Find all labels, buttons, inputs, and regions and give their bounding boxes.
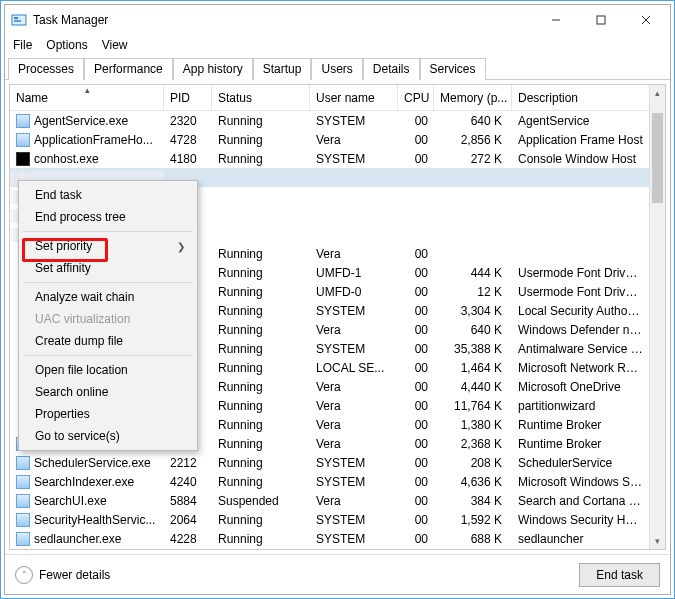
cell-desc: Usermode Font Driver H... bbox=[512, 266, 649, 280]
table-row[interactable]: sedlauncher.exe4228RunningSYSTEM00688 Ks… bbox=[10, 529, 649, 548]
cell-desc: Application Frame Host bbox=[512, 133, 649, 147]
context-menu-analyze-wait-chain[interactable]: Analyze wait chain bbox=[21, 286, 195, 308]
process-name: ApplicationFrameHo... bbox=[34, 133, 153, 147]
cell-status: Running bbox=[212, 418, 310, 432]
cell-cpu: 00 bbox=[398, 304, 434, 318]
process-name: SchedulerService.exe bbox=[34, 456, 151, 470]
sort-indicator-icon: ▴ bbox=[85, 85, 90, 95]
menu-options[interactable]: Options bbox=[46, 38, 87, 52]
menu-view[interactable]: View bbox=[102, 38, 128, 52]
close-button[interactable] bbox=[623, 6, 668, 34]
table-row[interactable]: AgentService.exe2320RunningSYSTEM00640 K… bbox=[10, 111, 649, 130]
cell-status: Running bbox=[212, 456, 310, 470]
end-task-button[interactable]: End task bbox=[579, 563, 660, 587]
cell-mem: 3,304 K bbox=[434, 304, 512, 318]
col-mem[interactable]: Memory (p... bbox=[434, 85, 512, 110]
context-menu-properties[interactable]: Properties bbox=[21, 403, 195, 425]
process-icon bbox=[16, 456, 30, 470]
process-icon bbox=[16, 152, 30, 166]
footer: ˄ Fewer details End task bbox=[5, 554, 670, 594]
cell-pid: 5884 bbox=[164, 494, 212, 508]
table-row[interactable]: conhost.exe4180RunningSYSTEM00272 KConso… bbox=[10, 149, 649, 168]
fewer-details-label: Fewer details bbox=[39, 568, 110, 582]
cell-cpu: 00 bbox=[398, 266, 434, 280]
col-desc[interactable]: Description bbox=[512, 85, 665, 110]
context-menu-search-online[interactable]: Search online bbox=[21, 381, 195, 403]
cell-user: SYSTEM bbox=[310, 513, 398, 527]
cell-mem: 2,856 K bbox=[434, 133, 512, 147]
cell-mem: 35,388 K bbox=[434, 342, 512, 356]
scroll-up-icon[interactable]: ▴ bbox=[650, 85, 665, 101]
cell-user: SYSTEM bbox=[310, 114, 398, 128]
context-menu-set-priority[interactable]: Set priority❯ bbox=[21, 235, 195, 257]
table-row[interactable]: SearchIndexer.exe4240RunningSYSTEM004,63… bbox=[10, 472, 649, 491]
tab-services[interactable]: Services bbox=[420, 58, 486, 80]
minimize-button[interactable] bbox=[533, 6, 578, 34]
context-menu-end-task[interactable]: End task bbox=[21, 184, 195, 206]
cell-cpu: 00 bbox=[398, 437, 434, 451]
cell-cpu: 00 bbox=[398, 114, 434, 128]
tab-bar: ProcessesPerformanceApp historyStartupUs… bbox=[5, 57, 670, 80]
context-menu-end-process-tree[interactable]: End process tree bbox=[21, 206, 195, 228]
cell-user: SYSTEM bbox=[310, 152, 398, 166]
cell-user: SYSTEM bbox=[310, 342, 398, 356]
cell-desc: Antimalware Service Exe... bbox=[512, 342, 649, 356]
cell-mem: 444 K bbox=[434, 266, 512, 280]
vertical-scrollbar[interactable]: ▴ ▾ bbox=[649, 85, 665, 549]
tab-app-history[interactable]: App history bbox=[173, 58, 253, 80]
scroll-thumb[interactable] bbox=[652, 113, 663, 203]
cell-user: Vera bbox=[310, 494, 398, 508]
cell-desc: Windows Security Healt... bbox=[512, 513, 649, 527]
cell-desc: Microsoft OneDrive bbox=[512, 380, 649, 394]
fewer-details-toggle[interactable]: ˄ Fewer details bbox=[15, 566, 571, 584]
context-menu-open-file-location[interactable]: Open file location bbox=[21, 359, 195, 381]
table-row[interactable]: SearchUI.exe5884SuspendedVera00384 KSear… bbox=[10, 491, 649, 510]
cell-status: Running bbox=[212, 323, 310, 337]
col-pid[interactable]: PID bbox=[164, 85, 212, 110]
cell-pid: 4228 bbox=[164, 532, 212, 546]
cell-desc: Usermode Font Driver H... bbox=[512, 285, 649, 299]
maximize-button[interactable] bbox=[578, 6, 623, 34]
scroll-down-icon[interactable]: ▾ bbox=[650, 533, 665, 549]
context-menu-create-dump-file[interactable]: Create dump file bbox=[21, 330, 195, 352]
cell-desc: Runtime Broker bbox=[512, 437, 649, 451]
cell-user: Vera bbox=[310, 247, 398, 261]
context-menu-go-to-service-s-[interactable]: Go to service(s) bbox=[21, 425, 195, 447]
column-headers: ▴ Name PID Status User name CPU Memory (… bbox=[10, 85, 665, 111]
col-cpu[interactable]: CPU bbox=[398, 85, 434, 110]
cell-desc: Runtime Broker bbox=[512, 418, 649, 432]
tab-processes[interactable]: Processes bbox=[8, 58, 84, 80]
tab-details[interactable]: Details bbox=[363, 58, 420, 80]
process-name: SearchUI.exe bbox=[34, 494, 107, 508]
cell-cpu: 00 bbox=[398, 133, 434, 147]
cell-desc: SchedulerService bbox=[512, 456, 649, 470]
cell-mem: 1,464 K bbox=[434, 361, 512, 375]
cell-user: Vera bbox=[310, 399, 398, 413]
process-name: SearchIndexer.exe bbox=[34, 475, 134, 489]
tab-startup[interactable]: Startup bbox=[253, 58, 312, 80]
context-menu: End taskEnd process treeSet priority❯Set… bbox=[18, 180, 198, 451]
app-icon bbox=[11, 12, 27, 28]
table-row[interactable]: SecurityHealthServic...2064RunningSYSTEM… bbox=[10, 510, 649, 529]
cell-status: Running bbox=[212, 380, 310, 394]
cell-user: UMFD-1 bbox=[310, 266, 398, 280]
cell-mem: 4,440 K bbox=[434, 380, 512, 394]
cell-pid: 2212 bbox=[164, 456, 212, 470]
tab-performance[interactable]: Performance bbox=[84, 58, 173, 80]
col-user[interactable]: User name bbox=[310, 85, 398, 110]
table-row[interactable]: SchedulerService.exe2212RunningSYSTEM002… bbox=[10, 453, 649, 472]
table-row[interactable]: ApplicationFrameHo...4728RunningVera002,… bbox=[10, 130, 649, 149]
col-status[interactable]: Status bbox=[212, 85, 310, 110]
cell-desc: Microsoft Network Realt... bbox=[512, 361, 649, 375]
cell-pid: 4728 bbox=[164, 133, 212, 147]
cell-cpu: 00 bbox=[398, 247, 434, 261]
process-name: AgentService.exe bbox=[34, 114, 128, 128]
cell-cpu: 00 bbox=[398, 475, 434, 489]
cell-desc: Search and Cortana app... bbox=[512, 494, 649, 508]
cell-cpu: 00 bbox=[398, 323, 434, 337]
tab-users[interactable]: Users bbox=[311, 58, 362, 80]
cell-cpu: 00 bbox=[398, 494, 434, 508]
context-menu-set-affinity[interactable]: Set affinity bbox=[21, 257, 195, 279]
cell-mem: 4,636 K bbox=[434, 475, 512, 489]
menu-file[interactable]: File bbox=[13, 38, 32, 52]
